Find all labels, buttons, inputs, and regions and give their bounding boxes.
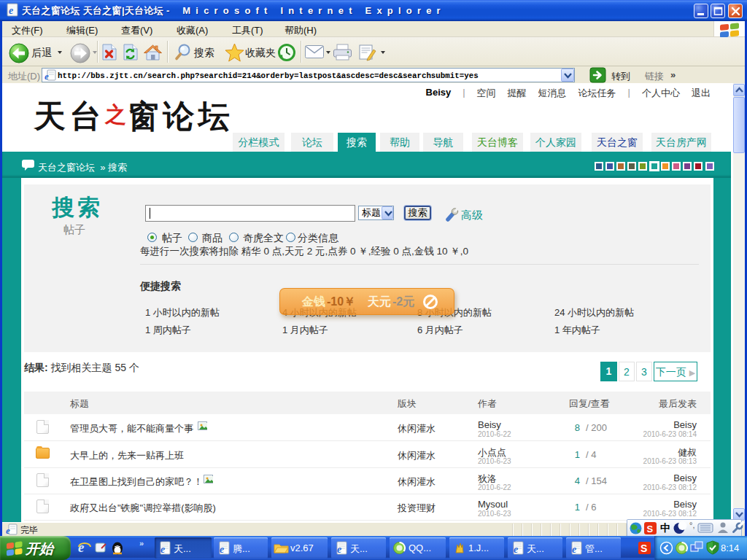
svg-text:e: e xyxy=(78,540,85,555)
svg-text:e: e xyxy=(6,525,10,536)
svg-text:S: S xyxy=(640,542,647,554)
svg-text:e: e xyxy=(44,71,49,82)
svg-text:e: e xyxy=(160,544,165,555)
svg-text:S: S xyxy=(647,524,654,534)
svg-text:e: e xyxy=(514,544,518,555)
svg-text:e: e xyxy=(572,544,576,555)
svg-text:e: e xyxy=(337,544,341,555)
svg-text:e: e xyxy=(9,5,13,16)
svg-text:e: e xyxy=(220,544,224,555)
